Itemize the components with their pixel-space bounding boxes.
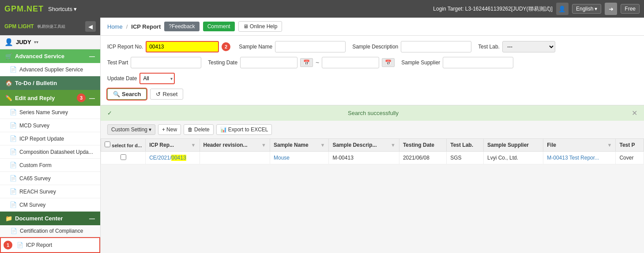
sample-name-label: Sample Name xyxy=(239,44,272,50)
update-date-select[interactable]: All xyxy=(139,73,175,84)
sidebar-logo: GPM LIGHT 帆易快捷工具組 xyxy=(4,23,65,30)
sidebar-item-certification[interactable]: 📄 Certification of Compliance xyxy=(0,225,100,237)
test-lab-select[interactable]: --- xyxy=(502,41,555,52)
calendar-from-button[interactable]: 📅 xyxy=(300,58,313,67)
excel-icon: 📊 xyxy=(220,126,227,133)
tilde-separator: ~ xyxy=(316,59,319,66)
icp-rep-link[interactable]: CE/2021/00413 xyxy=(149,155,186,161)
field-test-part: Test Part xyxy=(107,57,201,68)
success-message: Search successfully xyxy=(348,110,399,116)
field-sample-name: Sample Name xyxy=(239,41,346,52)
reset-button[interactable]: ↺ Reset xyxy=(150,89,183,100)
document-center-label: Document Center xyxy=(15,215,63,222)
sidebar-section-todo[interactable]: 🏠 To-Do / Bulletin xyxy=(0,76,100,90)
shortcuts-label: Shortcuts xyxy=(48,6,72,12)
close-success-button[interactable]: ✕ xyxy=(632,109,637,117)
sample-name-link[interactable]: Mouse xyxy=(274,155,290,161)
sidebar-item-advanced-supplier[interactable]: 📄 Advanced Supplier Service xyxy=(0,63,100,76)
th-checkbox: select for d... xyxy=(101,139,146,152)
reset-button-label: Reset xyxy=(162,91,177,97)
custom-setting-button[interactable]: Custom Setting ▾ xyxy=(107,124,155,135)
test-p-value: Cover xyxy=(619,155,633,161)
breadcrumb-bar: Home / ICP Report ?Feedback Comment 🖥 On… xyxy=(101,18,644,36)
file-link[interactable]: M-00413 Test Repor... xyxy=(547,155,599,161)
sidebar-item-icp-report-update[interactable]: 📄 ICP Report Update xyxy=(0,132,100,145)
sidebar-item-mcd-survey[interactable]: 📄 MCD Survey xyxy=(0,119,100,132)
collapse-icon-edit: — xyxy=(89,95,95,101)
testing-date-to-input[interactable] xyxy=(322,57,379,68)
user-icon-button[interactable]: 👤 xyxy=(556,3,569,15)
sample-supplier-input[interactable] xyxy=(443,57,513,68)
testing-date-from-input[interactable] xyxy=(240,57,298,68)
export-button[interactable]: 📊 Export to EXCEL xyxy=(216,124,272,135)
breadcrumb-separator: / xyxy=(126,23,128,30)
online-help-button[interactable]: 🖥 Online Help xyxy=(238,21,282,32)
logo-area: GPM.NET xyxy=(4,4,44,14)
sidebar-item-ca65-survey[interactable]: 📄 CA65 Survey xyxy=(0,172,100,185)
field-test-lab: Test Lab. --- xyxy=(478,41,555,52)
content-area: Home / ICP Report ?Feedback Comment 🖥 On… xyxy=(101,18,644,253)
icp-report-label: ICP Report xyxy=(26,242,52,248)
th-testing-date: Testing Date xyxy=(399,139,446,152)
filter-sample-descrip-icon[interactable]: ▼ xyxy=(391,142,395,148)
test-part-input[interactable] xyxy=(131,57,201,68)
language-button[interactable]: English ▾ xyxy=(572,4,601,14)
sample-name-input[interactable] xyxy=(275,41,346,52)
row-file-cell: M-00413 Test Repor... xyxy=(543,152,616,164)
exit-button[interactable]: Free xyxy=(621,4,640,14)
export-label: Export to EXCEL xyxy=(228,126,268,133)
sidebar-item-reach-survey[interactable]: 📄 REACH Survey xyxy=(0,185,100,198)
edit-icon: ✏️ xyxy=(5,95,12,101)
th-header-revision: Header revision... ▼ xyxy=(200,139,270,152)
form-row-1: ICP Report No. 2 Sample Name Sample Desc… xyxy=(107,41,637,52)
table-area: Custom Setting ▾ + New 🗑 Delete 📊 Export… xyxy=(101,121,644,171)
sidebar-item-composition-datasheet[interactable]: 📄 Composition Datasheet Upda... xyxy=(0,145,100,159)
sample-supplier-header: Sample Supplier xyxy=(487,142,529,148)
icp-report-no-input[interactable] xyxy=(146,41,219,52)
sample-description-input[interactable] xyxy=(401,41,471,52)
comment-button[interactable]: Comment xyxy=(203,22,235,31)
sidebar-section-advanced-service[interactable]: 🛒 Advanced Service — xyxy=(0,49,100,63)
sidebar-item-series-name-survey[interactable]: 📄 Series Name Survey xyxy=(0,106,100,119)
sample-name-value: Mouse xyxy=(274,155,290,161)
sidebar-item-cm-survey[interactable]: 📄 CM Survey xyxy=(0,198,100,212)
delete-label: Delete xyxy=(194,126,210,133)
row-checkbox[interactable] xyxy=(121,154,126,160)
composition-datasheet-label: Composition Datasheet Upda... xyxy=(19,149,93,155)
nav-exit-icon[interactable]: ➜ xyxy=(605,3,617,15)
delete-button[interactable]: 🗑 Delete xyxy=(184,124,214,135)
feedback-button[interactable]: ?Feedback xyxy=(164,22,199,31)
icp-rep-highlight: 00413 xyxy=(171,155,186,161)
breadcrumb-current: ICP Report xyxy=(131,23,161,30)
row-testing-date-cell: 2021/06/08 xyxy=(399,152,446,164)
field-icp-report-no: ICP Report No. 2 xyxy=(107,41,232,52)
calendar-to-button[interactable]: 📅 xyxy=(382,58,395,67)
filter-header-revision-icon[interactable]: ▼ xyxy=(261,142,266,148)
monitor-icon: 🖥 xyxy=(243,23,249,30)
test-p-header: Test P xyxy=(619,142,635,148)
sidebar-back-button[interactable]: ◀ xyxy=(85,21,96,32)
doc-icon-3: 📄 xyxy=(10,122,17,129)
sidebar-item-custom-form[interactable]: 📄 Custom Form xyxy=(0,159,100,172)
shortcuts-button[interactable]: Shortcuts ▾ xyxy=(48,6,77,12)
sidebar-item-icp-report[interactable]: 1 📄 ICP Report xyxy=(0,237,100,253)
success-bar: ✓ Search successfully ✕ xyxy=(101,105,644,121)
filter-sample-name-icon[interactable]: ▼ xyxy=(320,142,325,148)
th-sample-descrip: Sample Descrip... ▼ xyxy=(329,139,399,152)
breadcrumb-home[interactable]: Home xyxy=(107,23,123,30)
new-button[interactable]: + New xyxy=(158,124,181,135)
filter-file-icon[interactable]: ▼ xyxy=(607,142,612,148)
reset-icon: ↺ xyxy=(156,91,161,97)
sidebar-section-document-center[interactable]: 📁 Document Center — xyxy=(0,212,100,225)
search-button[interactable]: 🔍 Search xyxy=(107,89,147,100)
filter-icp-rep-icon[interactable]: ▼ xyxy=(191,142,196,148)
table-body: CE/2021/00413 Mouse M-00413 xyxy=(101,152,644,164)
select-all-checkbox[interactable] xyxy=(105,141,110,147)
search-form: ICP Report No. 2 Sample Name Sample Desc… xyxy=(101,36,644,105)
th-file: File ▼ xyxy=(543,139,616,152)
collapse-icon-doc: — xyxy=(89,215,95,222)
edit-reply-label: Edit and Reply xyxy=(15,95,55,101)
th-icp-rep: ICP Rep... ▼ xyxy=(146,139,200,152)
annotation-3: 3 xyxy=(77,93,86,102)
sidebar-section-edit-reply[interactable]: ✏️ Edit and Reply 3 — xyxy=(0,90,100,106)
